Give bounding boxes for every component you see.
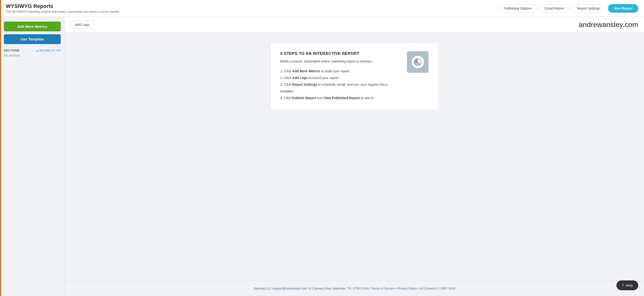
step-2: 2. Click Add Logo to brand your report. — [280, 74, 398, 81]
report-domain: andrewansley.com — [579, 21, 638, 29]
steps-icon-inner — [412, 56, 424, 68]
privacy-policy-link[interactable]: Privacy Policy — [397, 287, 417, 290]
app-title: WYSIWYG Reports — [6, 3, 120, 9]
steps-intro: Build a custom, automated online marketi… — [280, 59, 398, 64]
footer-separator1: • — [395, 287, 398, 290]
steps-card: 4 STEPS TO AN INTERACTIVE REPORT Build a… — [270, 42, 438, 110]
page-footer: Sitening LLC support@raventools.com 10 C… — [65, 281, 644, 296]
sections-header: SECTIONS ▲ RETURN TO TOP — [4, 49, 61, 52]
step4-mid: and — [316, 96, 324, 100]
orange-accent-bar — [0, 0, 1, 296]
page-header: WYSIWYG Reports The WYSIWYG reporting en… — [0, 0, 644, 17]
no-sections-text: No sections. — [4, 54, 61, 57]
add-more-metrics-button[interactable]: Add More Metrics — [4, 21, 61, 31]
footer-email-link[interactable]: support@raventools.com — [272, 287, 307, 290]
raven-logo-icon — [414, 58, 422, 66]
step4-prefix: 4. Click — [280, 96, 292, 100]
sections-label: SECTIONS — [4, 49, 20, 52]
header-branding: WYSIWYG Reports The WYSIWYG reporting en… — [6, 3, 120, 13]
use-template-button[interactable]: Use Template — [4, 34, 61, 44]
step3-prefix: 3. Click — [280, 83, 292, 86]
footer-address: 10 Cannery Row, Nashville, TN, 37203 USA… — [307, 287, 370, 290]
help-label: Help — [626, 283, 633, 287]
return-to-top-label: RETURN TO TOP — [39, 49, 61, 52]
report-body: 4 STEPS TO AN INTERACTIVE REPORT Build a… — [65, 33, 644, 281]
email-report-button[interactable]: Email Report — [540, 4, 569, 12]
content-area: Add Logo andrewansley.com 4 STEPS TO AN … — [65, 17, 644, 296]
sidebar: Add More Metrics Use Template SECTIONS ▲… — [0, 17, 65, 296]
step2-bold: Add Logo — [292, 76, 308, 80]
steps-title: 4 STEPS TO AN INTERACTIVE REPORT — [280, 51, 398, 56]
step4-bold: Publish Report — [292, 96, 316, 100]
footer-copyright: • All Contents © 2007-2018 — [417, 287, 455, 290]
publishing-options-button[interactable]: Publishing Options — [498, 4, 537, 12]
header-actions: Publishing Options Email Report Report S… — [498, 4, 638, 13]
terms-of-service-link[interactable]: Terms of Service — [372, 287, 395, 290]
step4-bold2: View Published Report — [324, 96, 360, 100]
step1-bold: Add More Metrics — [292, 69, 320, 73]
main-layout: Add More Metrics Use Template SECTIONS ▲… — [0, 17, 644, 296]
steps-icon-box — [407, 51, 428, 73]
step3-bold: Report Settings — [292, 83, 317, 86]
help-icon: ? — [622, 283, 624, 287]
steps-list: 1. Click Add More Metrics to build your … — [280, 68, 398, 101]
report-settings-button[interactable]: Report Settings — [572, 4, 605, 12]
report-header-bar: Add Logo andrewansley.com — [65, 17, 644, 33]
return-to-top-link[interactable]: ▲ RETURN TO TOP — [36, 49, 61, 52]
add-logo-button[interactable]: Add Logo — [70, 21, 94, 29]
step-4: 4. Click Publish Report and View Publish… — [280, 95, 398, 101]
step4-suffix: to see it! — [360, 96, 374, 100]
help-button[interactable]: ? Help — [616, 281, 638, 290]
step2-prefix: 2. Click — [280, 76, 292, 80]
step-1: 1. Click Add More Metrics to build your … — [280, 68, 398, 74]
steps-text: 4 STEPS TO AN INTERACTIVE REPORT Build a… — [280, 51, 398, 101]
app-subtitle: The WYSIWYG reporting engine that builds… — [6, 10, 120, 13]
footer-company: Sitening LLC — [254, 287, 272, 290]
arrow-up-icon: ▲ — [36, 49, 39, 52]
step1-suffix: to build your report. — [320, 69, 350, 73]
new-report-button[interactable]: New Report — [608, 4, 638, 13]
step1-prefix: 1. Click — [280, 69, 292, 73]
step2-suffix: to brand your report. — [308, 76, 339, 80]
step-3: 3. Click Report Settings to schedule, em… — [280, 81, 398, 95]
